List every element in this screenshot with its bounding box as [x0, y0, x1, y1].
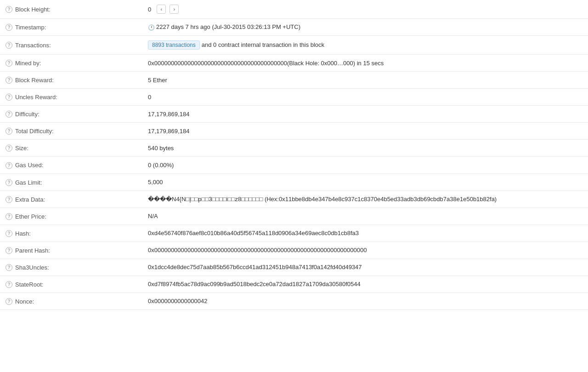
label-cell-gas-limit: ?Gas Limit:	[0, 174, 142, 191]
label-text-mined-by: Mined by:	[15, 60, 41, 67]
label-cell-difficulty: ?Difficulty:	[0, 106, 142, 123]
value-cell-timestamp: 🕐2227 days 7 hrs ago (Jul-30-2015 03:26:…	[142, 19, 588, 36]
label-cell-timestamp: ?Timestamp:	[0, 19, 142, 36]
timestamp-value: 2227 days 7 hrs ago (Jul-30-2015 03:26:1…	[156, 23, 300, 30]
row-size: ?Size:540 bytes	[0, 140, 588, 157]
label-cell-extra-data: ?Extra Data:	[0, 191, 142, 208]
extra-data-value: ����N4{N□|□□p□□3□□□□i□□z8□□□□□□ (Hex:0x1…	[148, 196, 497, 203]
value-cell-nonce: 0x0000000000000042	[142, 293, 588, 310]
help-icon-timestamp[interactable]: ?	[6, 24, 12, 31]
label-text-gas-limit: Gas Limit:	[15, 179, 42, 186]
help-icon-size[interactable]: ?	[6, 145, 12, 152]
prev-block-button[interactable]: ‹	[157, 5, 166, 14]
row-mined-by: ?Mined by:0x0000000000000000000000000000…	[0, 55, 588, 72]
help-icon-transactions[interactable]: ?	[6, 42, 12, 49]
label-cell-nonce: ?Nonce:	[0, 293, 142, 310]
label-cell-uncles-reward: ?Uncles Reward:	[0, 89, 142, 106]
value-cell-extra-data: ����N4{N□|□□p□□3□□□□i□□z8□□□□□□ (Hex:0x1…	[142, 191, 588, 208]
label-text-nonce: Nonce:	[15, 298, 34, 305]
help-icon-state-root[interactable]: ?	[6, 281, 12, 288]
label-cell-parent-hash: ?Parent Hash:	[0, 242, 142, 259]
sha3uncles-value: 0x1dcc4de8dec75d7aab85b567b6ccd41ad31245…	[148, 264, 362, 271]
label-text-total-difficulty: Total Difficulty:	[15, 128, 54, 135]
help-icon-block-reward[interactable]: ?	[6, 77, 12, 84]
label-text-state-root: StateRoot:	[15, 281, 43, 288]
help-icon-block-height[interactable]: ?	[6, 6, 12, 13]
help-icon-uncles-reward[interactable]: ?	[6, 94, 12, 101]
row-nonce: ?Nonce:0x0000000000000042	[0, 293, 588, 310]
total-difficulty-value: 17,179,869,184	[148, 128, 189, 135]
help-icon-total-difficulty[interactable]: ?	[6, 128, 12, 135]
help-icon-gas-limit[interactable]: ?	[6, 179, 12, 186]
help-icon-ether-price[interactable]: ?	[6, 213, 12, 220]
transactions-badge[interactable]: 8893 transactions	[148, 40, 200, 50]
label-text-transactions: Transactions:	[15, 42, 51, 49]
label-cell-total-difficulty: ?Total Difficulty:	[0, 123, 142, 140]
value-cell-total-difficulty: 17,179,869,184	[142, 123, 588, 140]
row-extra-data: ?Extra Data:����N4{N□|□□p□□3□□□□i□□z8□□□…	[0, 191, 588, 208]
value-cell-gas-limit: 5,000	[142, 174, 588, 191]
value-cell-difficulty: 17,179,869,184	[142, 106, 588, 123]
label-cell-block-height: ?Block Height:	[0, 0, 142, 19]
label-text-block-height: Block Height:	[15, 6, 51, 13]
help-icon-nonce[interactable]: ?	[6, 298, 12, 305]
value-cell-gas-used: 0 (0.00%)	[142, 157, 588, 174]
value-cell-block-height: 0‹›	[142, 0, 588, 19]
block-height-wrapper: 0‹›	[148, 5, 179, 14]
block-reward-value: 5 Ether	[148, 77, 167, 84]
label-text-difficulty: Difficulty:	[15, 111, 40, 118]
label-text-parent-hash: Parent Hash:	[15, 247, 50, 254]
label-text-hash: Hash:	[15, 230, 31, 237]
mined-by-value: 0x00000000000000000000000000000000000000…	[148, 60, 384, 67]
help-icon-gas-used[interactable]: ?	[6, 162, 12, 169]
size-value: 540 bytes	[148, 145, 174, 152]
value-cell-mined-by: 0x00000000000000000000000000000000000000…	[142, 55, 588, 72]
value-cell-ether-price: N/A	[142, 208, 588, 225]
label-text-sha3uncles: Sha3Uncles:	[15, 264, 49, 271]
block-detail-container: ?Block Height:0‹›?Timestamp:🕐2227 days 7…	[0, 0, 588, 310]
label-cell-size: ?Size:	[0, 140, 142, 157]
value-cell-uncles-reward: 0	[142, 89, 588, 106]
value-cell-transactions: 8893 transactionsand 0 contract internal…	[142, 36, 588, 55]
label-cell-block-reward: ?Block Reward:	[0, 72, 142, 89]
row-transactions: ?Transactions:8893 transactionsand 0 con…	[0, 36, 588, 55]
help-icon-parent-hash[interactable]: ?	[6, 247, 12, 254]
label-cell-state-root: ?StateRoot:	[0, 276, 142, 293]
next-block-button[interactable]: ›	[170, 5, 179, 14]
ether-price-value: N/A	[148, 213, 158, 220]
help-icon-mined-by[interactable]: ?	[6, 60, 12, 67]
row-hash: ?Hash:0xd4e56740f876aef8c010b86a40d5f567…	[0, 225, 588, 242]
label-cell-hash: ?Hash:	[0, 225, 142, 242]
label-cell-mined-by: ?Mined by:	[0, 55, 142, 72]
nonce-value: 0x0000000000000042	[148, 298, 207, 304]
label-cell-sha3uncles: ?Sha3Uncles:	[0, 259, 142, 276]
label-cell-ether-price: ?Ether Price:	[0, 208, 142, 225]
row-total-difficulty: ?Total Difficulty:17,179,869,184	[0, 123, 588, 140]
parent-hash-value: 0x00000000000000000000000000000000000000…	[148, 247, 367, 254]
gas-used-value: 0 (0.00%)	[148, 162, 174, 169]
label-text-ether-price: Ether Price:	[15, 213, 46, 220]
label-text-gas-used: Gas Used:	[15, 162, 43, 169]
label-cell-gas-used: ?Gas Used:	[0, 157, 142, 174]
label-text-size: Size:	[15, 145, 28, 152]
row-uncles-reward: ?Uncles Reward:0	[0, 89, 588, 106]
row-timestamp: ?Timestamp:🕐2227 days 7 hrs ago (Jul-30-…	[0, 19, 588, 36]
label-text-uncles-reward: Uncles Reward:	[15, 94, 57, 101]
row-sha3uncles: ?Sha3Uncles:0x1dcc4de8dec75d7aab85b567b6…	[0, 259, 588, 276]
row-gas-limit: ?Gas Limit:5,000	[0, 174, 588, 191]
value-cell-sha3uncles: 0x1dcc4de8dec75d7aab85b567b6ccd41ad31245…	[142, 259, 588, 276]
difficulty-value: 17,179,869,184	[148, 111, 189, 118]
clock-icon: 🕐	[148, 24, 155, 31]
help-icon-extra-data[interactable]: ?	[6, 196, 12, 203]
help-icon-difficulty[interactable]: ?	[6, 111, 12, 118]
state-root-value: 0xd7f8974fb5ac78d9ac099b9ad5018bedc2ce0a…	[148, 281, 361, 287]
uncles-reward-value: 0	[148, 94, 151, 101]
value-cell-hash: 0xd4e56740f876aef8c010b86a40d5f56745a118…	[142, 225, 588, 242]
hash-value: 0xd4e56740f876aef8c010b86a40d5f56745a118…	[148, 230, 359, 237]
value-cell-block-reward: 5 Ether	[142, 72, 588, 89]
block-number-value: 0	[148, 6, 151, 13]
help-icon-hash[interactable]: ?	[6, 230, 12, 237]
row-state-root: ?StateRoot:0xd7f8974fb5ac78d9ac099b9ad50…	[0, 276, 588, 293]
value-cell-parent-hash: 0x00000000000000000000000000000000000000…	[142, 242, 588, 259]
help-icon-sha3uncles[interactable]: ?	[6, 264, 12, 271]
